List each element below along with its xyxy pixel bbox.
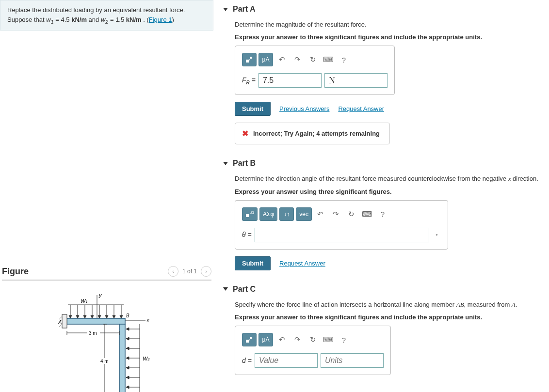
part-b-submit-button[interactable]: Submit bbox=[235, 256, 271, 270]
part-a-previous-answers-link[interactable]: Previous Answers bbox=[279, 105, 329, 112]
template-tool-icon[interactable] bbox=[242, 333, 257, 346]
part-a-request-answer-link[interactable]: Request Answer bbox=[338, 105, 384, 112]
updown-tool-icon[interactable]: ↓↑ bbox=[279, 207, 294, 221]
svg-rect-25 bbox=[62, 314, 67, 328]
help-icon[interactable]: ? bbox=[376, 207, 389, 221]
keyboard-icon[interactable]: ⌨ bbox=[322, 333, 335, 346]
svg-text:W₁: W₁ bbox=[81, 298, 87, 304]
vec-tool-button[interactable]: vec bbox=[296, 207, 312, 221]
svg-text:4 m: 4 m bbox=[100, 359, 109, 364]
incorrect-icon: ✖ bbox=[242, 129, 248, 138]
svg-marker-41 bbox=[126, 366, 129, 369]
svg-marker-43 bbox=[126, 376, 129, 379]
svg-text:A: A bbox=[58, 319, 62, 325]
help-icon[interactable]: ? bbox=[337, 53, 351, 66]
part-a-answer-box: μÅ ↶ ↷ ↻ ⌨ ? FR = N bbox=[235, 46, 395, 95]
part-b-instructions: Express your answer using three signific… bbox=[235, 188, 539, 196]
svg-marker-14 bbox=[98, 315, 101, 318]
svg-marker-10 bbox=[83, 315, 86, 318]
figure-prev-button[interactable]: ‹ bbox=[168, 266, 178, 277]
units-tool-button[interactable]: μÅ bbox=[258, 333, 273, 346]
redo-icon[interactable]: ↷ bbox=[291, 333, 304, 346]
svg-marker-6 bbox=[69, 315, 72, 318]
undo-icon[interactable]: ↶ bbox=[275, 333, 289, 346]
figure-count: 1 of 1 bbox=[182, 268, 197, 275]
template-tool-icon[interactable] bbox=[242, 53, 257, 66]
part-c-answer-box: μÅ ↶ ↷ ↻ ⌨ ? d = bbox=[235, 326, 391, 375]
part-a-feedback: ✖ Incorrect; Try Again; 4 attempts remai… bbox=[235, 123, 390, 144]
part-c-title: Part C bbox=[233, 285, 256, 294]
svg-text:y: y bbox=[98, 292, 102, 298]
part-a-toggle-icon[interactable] bbox=[223, 8, 228, 11]
part-a-value-input[interactable] bbox=[258, 73, 322, 88]
part-a-instructions: Express your answer to three significant… bbox=[235, 33, 539, 42]
figure-next-button[interactable]: › bbox=[201, 266, 211, 277]
part-c-units-input[interactable] bbox=[321, 353, 384, 368]
svg-rect-59 bbox=[246, 60, 249, 63]
part-b-value-input[interactable] bbox=[255, 228, 429, 242]
part-a-feedback-text: Incorrect; Try Again; 4 attempts remaini… bbox=[253, 130, 380, 137]
problem-statement: Replace the distributed loading by an eq… bbox=[0, 0, 213, 31]
figure-title: Figure bbox=[2, 267, 29, 277]
reset-icon[interactable]: ↻ bbox=[306, 333, 320, 346]
reset-icon[interactable]: ↻ bbox=[306, 53, 320, 66]
svg-text:W₂: W₂ bbox=[143, 356, 150, 361]
part-b-prompt: Determine the direction angle of the res… bbox=[235, 174, 539, 183]
symbols-tool-button[interactable]: ΑΣφ bbox=[259, 207, 277, 221]
undo-icon[interactable]: ↶ bbox=[314, 207, 327, 221]
units-tool-button[interactable]: μÅ bbox=[258, 53, 273, 66]
svg-rect-64 bbox=[252, 212, 254, 214]
part-c-prompt: Specify where the force line of action i… bbox=[235, 300, 539, 309]
part-a-submit-button[interactable]: Submit bbox=[235, 102, 271, 116]
svg-marker-16 bbox=[105, 315, 108, 318]
help-icon[interactable]: ? bbox=[337, 333, 351, 346]
part-b-request-answer-link[interactable]: Request Answer bbox=[279, 260, 325, 267]
svg-text:B: B bbox=[126, 313, 129, 318]
part-c-instructions: Express your answer to three significant… bbox=[235, 313, 539, 322]
svg-text:√: √ bbox=[250, 211, 252, 215]
undo-icon[interactable]: ↶ bbox=[275, 53, 289, 66]
keyboard-icon[interactable]: ⌨ bbox=[322, 53, 335, 66]
svg-marker-37 bbox=[126, 347, 129, 350]
reset-icon[interactable]: ↻ bbox=[345, 207, 358, 221]
svg-marker-8 bbox=[76, 315, 79, 318]
keyboard-icon[interactable]: ⌨ bbox=[360, 207, 374, 221]
svg-marker-35 bbox=[126, 337, 129, 340]
part-a-title: Part A bbox=[233, 5, 256, 14]
part-b-answer-box: √ ΑΣφ ↓↑ vec ↶ ↷ ↻ ⌨ ? θ = ∘ bbox=[235, 200, 448, 250]
part-a-units-input[interactable]: N bbox=[324, 73, 388, 88]
svg-marker-33 bbox=[126, 328, 129, 330]
redo-icon[interactable]: ↷ bbox=[329, 207, 343, 221]
svg-text:x: x bbox=[146, 317, 149, 323]
svg-marker-45 bbox=[126, 386, 129, 389]
part-b-variable: θ = bbox=[242, 231, 252, 239]
part-a-prompt: Determine the magnitude of the resultant… bbox=[235, 20, 539, 29]
svg-marker-20 bbox=[120, 315, 123, 318]
part-b-toggle-icon[interactable] bbox=[223, 162, 228, 165]
svg-marker-12 bbox=[91, 315, 94, 318]
svg-text:3 m: 3 m bbox=[89, 330, 97, 336]
svg-marker-39 bbox=[126, 357, 129, 360]
svg-rect-62 bbox=[246, 214, 249, 217]
figure-diagram: y x W₁ bbox=[2, 290, 211, 392]
part-c-variable: d = bbox=[242, 357, 252, 365]
part-c-toggle-icon[interactable] bbox=[223, 287, 228, 291]
svg-marker-18 bbox=[113, 315, 115, 318]
figure-link[interactable]: Figure 1 bbox=[149, 16, 172, 23]
redo-icon[interactable]: ↷ bbox=[291, 53, 304, 66]
svg-rect-22 bbox=[67, 318, 125, 324]
part-c-value-input[interactable] bbox=[255, 353, 318, 368]
svg-rect-29 bbox=[119, 324, 125, 392]
part-a-variable: FR = bbox=[242, 76, 256, 85]
svg-rect-65 bbox=[246, 340, 249, 343]
part-b-title: Part B bbox=[233, 159, 256, 168]
template-tool-icon[interactable]: √ bbox=[242, 207, 258, 221]
part-b-unit-suffix: ∘ bbox=[435, 232, 438, 238]
